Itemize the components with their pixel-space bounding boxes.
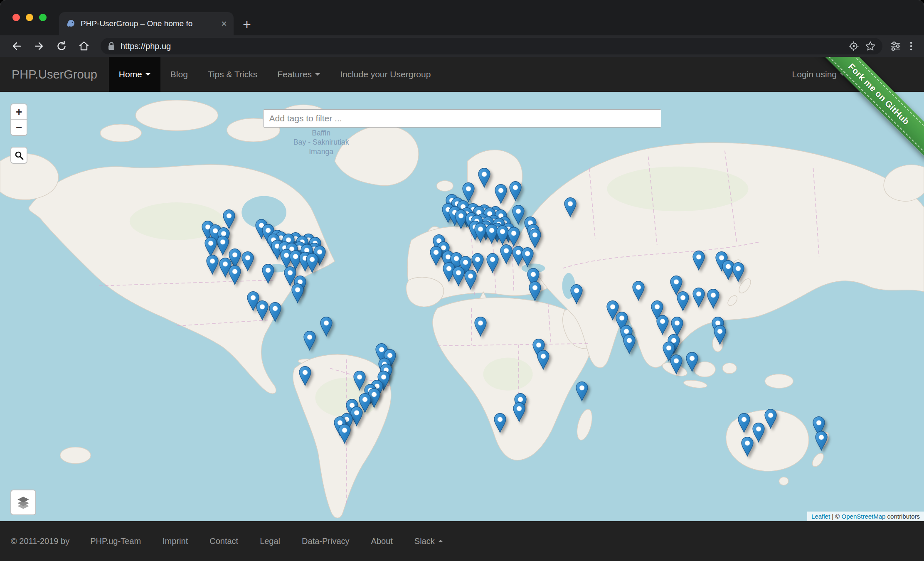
map-marker-pin-icon[interactable] bbox=[217, 235, 229, 256]
map-marker-pin-icon[interactable] bbox=[714, 325, 726, 345]
nav-item-include-usergroup[interactable]: Include your Usergroup bbox=[330, 57, 441, 92]
map-marker-pin-icon[interactable] bbox=[353, 371, 366, 391]
map-marker-pin-icon[interactable] bbox=[677, 291, 689, 312]
map-marker-pin-icon[interactable] bbox=[670, 354, 683, 374]
map-marker-pin-icon[interactable] bbox=[738, 413, 750, 433]
map-marker-pin-icon[interactable] bbox=[752, 423, 765, 443]
map-marker-pin-icon[interactable] bbox=[570, 284, 583, 305]
map-marker-pin-icon[interactable] bbox=[452, 266, 465, 287]
zoom-out-button[interactable]: − bbox=[11, 120, 27, 135]
tag-filter-input[interactable] bbox=[263, 109, 661, 128]
map-marker-pin-icon[interactable] bbox=[474, 222, 487, 243]
map-marker-pin-icon[interactable] bbox=[529, 229, 541, 249]
map-marker-pin-icon[interactable] bbox=[494, 413, 506, 433]
close-window-button[interactable] bbox=[12, 14, 20, 21]
leaflet-link[interactable]: Leaflet bbox=[811, 513, 830, 520]
map-marker-pin-icon[interactable] bbox=[430, 246, 442, 266]
browser-tab[interactable]: PHP-UserGroup – One home fo × bbox=[59, 12, 234, 35]
map-marker-pin-icon[interactable] bbox=[223, 209, 235, 229]
target-icon[interactable] bbox=[848, 41, 859, 52]
footer-link-imprint[interactable]: Imprint bbox=[152, 536, 199, 546]
map-marker-pin-icon[interactable] bbox=[486, 253, 499, 273]
new-tab-button[interactable]: + bbox=[243, 17, 251, 31]
footer-link-legal[interactable]: Legal bbox=[249, 536, 291, 546]
nav-item-home[interactable]: Home bbox=[109, 57, 160, 92]
map-marker-pin-icon[interactable] bbox=[478, 168, 490, 188]
back-button[interactable] bbox=[7, 37, 26, 55]
map-marker-pin-icon[interactable] bbox=[495, 184, 507, 204]
footer-link-data-privacy[interactable]: Data-Privacy bbox=[291, 536, 360, 546]
slack-label: Slack bbox=[414, 536, 435, 546]
nav-item-blog[interactable]: Blog bbox=[160, 57, 198, 92]
map-viewport[interactable]: Baffin Bay - Saknirutiak Imanga + − bbox=[0, 92, 924, 521]
search-button[interactable] bbox=[11, 148, 27, 163]
map-marker-pin-icon[interactable] bbox=[320, 317, 333, 337]
nav-item-features[interactable]: Features bbox=[267, 57, 330, 92]
map-marker-pin-icon[interactable] bbox=[632, 281, 645, 301]
map-marker-pin-icon[interactable] bbox=[338, 424, 351, 444]
map-marker-pin-icon[interactable] bbox=[269, 302, 281, 322]
nav-item-label: Features bbox=[277, 69, 312, 79]
chevron-up-icon bbox=[438, 540, 443, 542]
layers-control[interactable] bbox=[10, 490, 36, 515]
map-marker-pin-icon[interactable] bbox=[623, 334, 636, 354]
map-marker-pin-icon[interactable] bbox=[564, 197, 577, 217]
login-label: Login using bbox=[792, 69, 837, 79]
map-marker-pin-icon[interactable] bbox=[741, 437, 754, 457]
map-marker-pin-icon[interactable] bbox=[206, 255, 219, 275]
map-marker-pin-icon[interactable] bbox=[500, 244, 513, 265]
brand-link[interactable]: PHP.UserGroup bbox=[0, 57, 109, 92]
map-marker-pin-icon[interactable] bbox=[529, 281, 541, 302]
home-button[interactable] bbox=[75, 37, 93, 55]
map-marker-pin-icon[interactable] bbox=[509, 181, 522, 202]
map-marker-pin-icon[interactable] bbox=[205, 236, 217, 257]
map-marker-pin-icon[interactable] bbox=[513, 402, 525, 423]
menu-dots-icon[interactable] bbox=[906, 41, 917, 52]
map-marker-pin-icon[interactable] bbox=[474, 317, 487, 337]
lock-icon[interactable] bbox=[107, 41, 116, 51]
map-marker-pin-icon[interactable] bbox=[732, 262, 744, 282]
footer-link-contact[interactable]: Contact bbox=[199, 536, 249, 546]
forward-button[interactable] bbox=[30, 37, 48, 55]
tab-close-icon[interactable]: × bbox=[221, 19, 227, 29]
map-marker-pin-icon[interactable] bbox=[256, 300, 269, 320]
map-marker-pin-icon[interactable] bbox=[692, 287, 705, 308]
zoom-control: + − bbox=[10, 103, 27, 136]
footer: © 2011-2019 by PHP.ug-Team Imprint Conta… bbox=[0, 521, 924, 561]
map-marker-pin-icon[interactable] bbox=[241, 251, 254, 272]
minimize-window-button[interactable] bbox=[26, 14, 33, 21]
reload-button[interactable] bbox=[52, 37, 71, 55]
map-marker-pin-icon[interactable] bbox=[262, 263, 274, 284]
map-marker-pin-icon[interactable] bbox=[576, 381, 588, 402]
map-marker-pin-icon[interactable] bbox=[537, 350, 549, 370]
map-marker-pin-icon[interactable] bbox=[656, 315, 669, 335]
map-marker-pin-icon[interactable] bbox=[303, 331, 316, 351]
tab-strip: PHP-UserGroup – One home fo × + bbox=[0, 0, 924, 35]
tune-icon[interactable] bbox=[890, 40, 902, 52]
map-marker-pin-icon[interactable] bbox=[299, 366, 311, 386]
fullscreen-window-button[interactable] bbox=[39, 14, 47, 21]
bookmark-star-icon[interactable] bbox=[865, 41, 876, 52]
footer-link-slack[interactable]: Slack bbox=[404, 536, 454, 546]
omnibox-icons bbox=[848, 41, 876, 52]
map-marker-pin-icon[interactable] bbox=[815, 431, 828, 451]
map-marker-pin-icon[interactable] bbox=[764, 409, 777, 429]
map-marker-pin-icon[interactable] bbox=[306, 253, 318, 273]
webpage: PHP.UserGroup Home Blog Tips & Tricks Fe… bbox=[0, 57, 924, 561]
map-marker-pin-icon[interactable] bbox=[229, 265, 241, 285]
map-marker-pin-icon[interactable] bbox=[707, 288, 719, 309]
search-control bbox=[10, 147, 27, 164]
zoom-in-button[interactable]: + bbox=[11, 104, 27, 120]
map-marker-pin-icon[interactable] bbox=[485, 224, 498, 244]
osm-link[interactable]: OpenStreetMap bbox=[842, 513, 886, 520]
footer-link-team[interactable]: PHP.ug-Team bbox=[79, 536, 152, 546]
map-marker-pin-icon[interactable] bbox=[521, 247, 534, 268]
map-marker-pin-icon[interactable] bbox=[692, 250, 705, 271]
map-marker-pin-icon[interactable] bbox=[464, 270, 477, 290]
map-marker-pin-icon[interactable] bbox=[496, 225, 509, 246]
address-bar[interactable]: https://php.ug bbox=[101, 38, 882, 54]
map-marker-pin-icon[interactable] bbox=[686, 352, 698, 372]
footer-link-about[interactable]: About bbox=[360, 536, 404, 546]
nav-item-tips-tricks[interactable]: Tips & Tricks bbox=[198, 57, 267, 92]
map-marker-pin-icon[interactable] bbox=[291, 283, 304, 304]
